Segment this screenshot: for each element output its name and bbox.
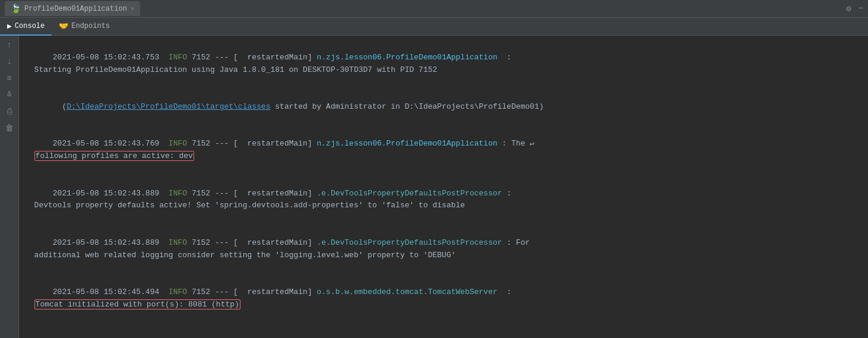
level-4: INFO — [169, 189, 187, 198]
print-icon[interactable]: ⎙ — [5, 106, 14, 118]
tomcat-highlight: Tomcat initialized with port(s): 8081 (h… — [34, 299, 240, 309]
profiles-text: following profiles are active: dev — [36, 151, 193, 160]
level-1: INFO — [169, 53, 187, 62]
continuation-paren-open: ( — [53, 102, 66, 111]
console-tab[interactable]: ▶ Console — [0, 18, 52, 36]
log-line-4: 2021-05-08 15:02:43.889 INFO 7152 --- [ … — [25, 175, 862, 225]
pid-6: 7152 --- [ restartedMain] — [187, 288, 316, 296]
app-icon: 🍃 — [11, 4, 21, 14]
level-3: INFO — [169, 139, 187, 148]
pid-5: 7152 --- [ restartedMain] — [187, 238, 316, 247]
log-line-3: 2021-05-08 15:02:43.769 INFO 7152 --- [ … — [25, 126, 862, 175]
logger-3: n.zjs.lesson06.ProfileDemo01Application — [317, 139, 498, 148]
clear-icon[interactable]: 🗑 — [4, 122, 15, 134]
scroll-down-icon[interactable]: ↓ — [5, 56, 13, 68]
logger-6: o.s.b.w.embedded.tomcat.TomcatWebServer — [317, 288, 502, 296]
logger-1: n.zjs.lesson06.ProfileDemo01Application — [317, 53, 498, 62]
log-line-1: 2021-05-08 15:02:43.753 INFO 7152 --- [ … — [25, 39, 862, 89]
console-tab-icon: ▶ — [7, 21, 12, 31]
profiles-highlight: following profiles are active: dev — [34, 151, 194, 161]
level-6: INFO — [169, 288, 187, 296]
timestamp-6: 2021-05-08 15:02:45.494 — [53, 288, 169, 296]
tab-label: ProfileDemo01Application — [24, 5, 127, 13]
pid-4: 7152 --- [ restartedMain] — [187, 189, 316, 198]
scroll-up-icon[interactable]: ↑ — [5, 39, 13, 51]
main-layout: ↑ ↓ ≡ ≛ ⎙ 🗑 2021-05-08 15:02:43.753 INFO… — [0, 36, 868, 338]
left-sidebar: ↑ ↓ ≡ ≛ ⎙ 🗑 — [0, 36, 19, 338]
tomcat-text: Tomcat initialized with port(s): 8081 (h… — [36, 300, 239, 309]
soft-wrap-icon[interactable]: ≡ — [5, 72, 13, 84]
timestamp-4: 2021-05-08 15:02:43.889 — [53, 189, 169, 198]
level-5: INFO — [169, 238, 187, 247]
timestamp-3: 2021-05-08 15:02:43.769 — [53, 139, 169, 148]
settings-icon[interactable]: ⚙ — [846, 4, 851, 14]
timestamp-1: 2021-05-08 15:02:43.753 — [53, 53, 169, 62]
pid-1: 7152 --- [ restartedMain] — [187, 53, 316, 62]
console-tab-label: Console — [15, 22, 45, 30]
logger-5: .e.DevToolsPropertyDefaultsPostProcessor — [317, 238, 502, 247]
endpoints-tab-label: Endpoints — [71, 22, 110, 30]
log-line-6: 2021-05-08 15:02:45.494 INFO 7152 --- [ … — [25, 274, 862, 323]
tab-close-button[interactable]: × — [131, 5, 135, 12]
app-tab[interactable]: 🍃 ProfileDemo01Application × — [5, 1, 140, 16]
title-bar: 🍃 ProfileDemo01Application × ⚙ − — [0, 0, 868, 18]
logger-4: .e.DevToolsPropertyDefaultsPostProcessor — [317, 189, 502, 198]
toolbar: ▶ Console 🤝 Endpoints — [0, 18, 868, 36]
log-line-7: 2021-05-08 15:02:45.510 INFO 7152 --- [ … — [25, 323, 862, 338]
endpoints-tab-icon: 🤝 — [59, 21, 68, 31]
continuation-rest: started by Administrator in D:\IdeaProje… — [270, 102, 543, 111]
log-line-5: 2021-05-08 15:02:43.889 INFO 7152 --- [ … — [25, 225, 862, 274]
console-output: 2021-05-08 15:02:43.753 INFO 7152 --- [ … — [19, 36, 868, 338]
minimize-icon[interactable]: − — [859, 4, 863, 14]
pid-3: 7152 --- [ restartedMain] — [187, 139, 316, 148]
filter-icon[interactable]: ≛ — [5, 89, 13, 101]
file-link[interactable]: D:\IdeaProjects\ProfileDemo01\target\cla… — [66, 102, 270, 111]
log-line-2: (D:\IdeaProjects\ProfileDemo01\target\cl… — [25, 89, 862, 125]
title-bar-controls: ⚙ − — [846, 4, 863, 14]
timestamp-5: 2021-05-08 15:02:43.889 — [53, 238, 169, 247]
endpoints-tab[interactable]: 🤝 Endpoints — [52, 18, 117, 36]
